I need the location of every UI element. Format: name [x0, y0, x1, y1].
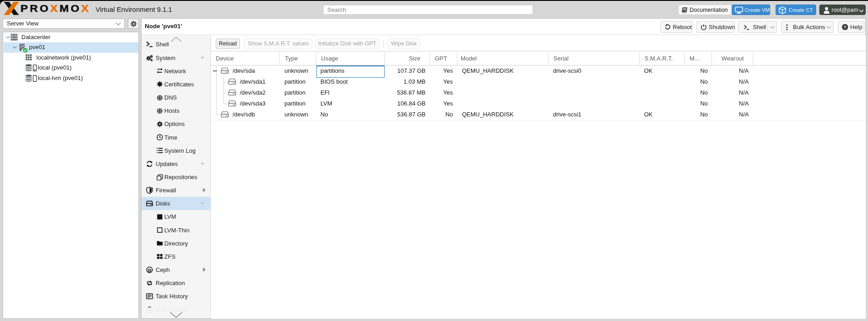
svg-text:?: ?: [843, 25, 846, 30]
